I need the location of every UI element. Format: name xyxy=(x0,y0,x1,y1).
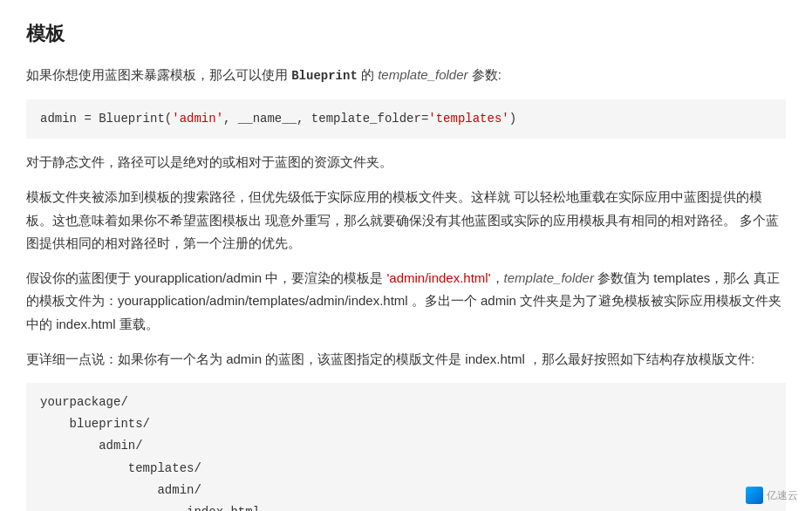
intro-paragraph: 如果你想使用蓝图来暴露模板，那么可以使用 Blueprint 的 templat… xyxy=(26,64,786,87)
watermark-text: 亿速云 xyxy=(767,487,798,504)
code-block-2: yourpackage/ blueprints/ admin/ template… xyxy=(26,383,786,511)
code2-line1: yourpackage/ blueprints/ admin/ template… xyxy=(40,395,260,511)
para5: 更详细一点说：如果你有一个名为 admin 的蓝图，该蓝图指定的模版文件是 in… xyxy=(26,348,786,371)
code-block-1: admin = Blueprint('admin', __name__, tem… xyxy=(26,99,786,139)
para3: 模板文件夹被添加到模板的搜索路径，但优先级低于实际应用的模板文件夹。这样就 可以… xyxy=(26,186,786,255)
page-title: 模板 xyxy=(26,17,786,50)
code1-prefix: admin = Blueprint( xyxy=(40,112,172,126)
code1-arg1: 'admin' xyxy=(172,112,223,126)
para4-template: 'admin/index.html' xyxy=(386,270,490,285)
para4-start: 假设你的蓝图便于 yourapplication/admin 中，要渲染的模板是 xyxy=(26,270,386,285)
para4-italic: template_folder xyxy=(504,270,594,285)
para4: 假设你的蓝图便于 yourapplication/admin 中，要渲染的模板是… xyxy=(26,267,786,336)
watermark-logo xyxy=(746,487,763,504)
intro-text-after: 的 template_folder 参数: xyxy=(358,67,502,82)
blueprint-keyword: Blueprint xyxy=(291,69,358,83)
intro-text-before: 如果你想使用蓝图来暴露模板，那么可以使用 xyxy=(26,67,291,82)
code1-arg3: 'templates' xyxy=(428,112,508,126)
para2: 对于静态文件，路径可以是绝对的或相对于蓝图的资源文件夹。 xyxy=(26,151,786,174)
para4-comma: ， xyxy=(491,270,504,285)
watermark: 亿速云 xyxy=(746,487,798,504)
code1-comma: , __name__, template_folder= xyxy=(223,112,428,126)
code1-suffix: ) xyxy=(509,112,516,126)
